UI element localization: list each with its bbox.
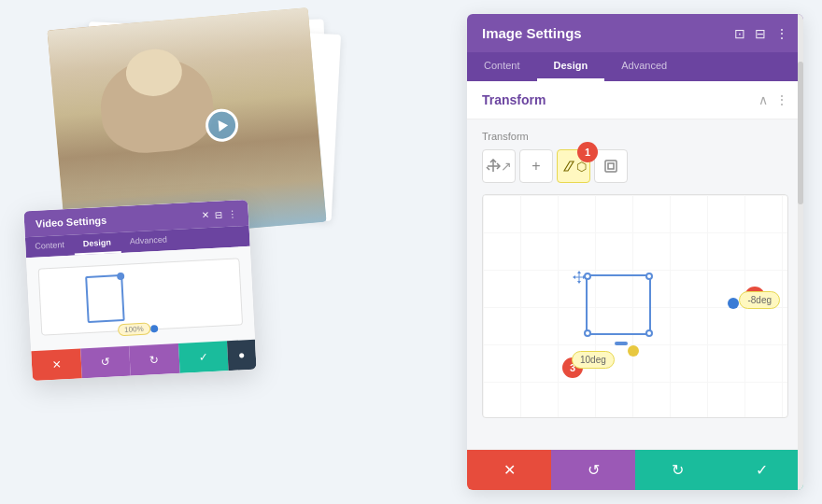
vs-more-icon[interactable]: ⋮ xyxy=(228,208,238,219)
section-header-controls: ∧ ⋮ xyxy=(758,92,788,107)
rotation-label-bottom: 10deg xyxy=(572,351,615,369)
vs-close-icon[interactable]: ✕ xyxy=(202,210,210,220)
footer-undo-btn[interactable]: ↺ xyxy=(551,450,635,490)
transform-tools: ↗ + ⬡ 1 xyxy=(482,149,788,183)
vs-tab-design[interactable]: Design xyxy=(73,232,120,256)
vs-minimize-icon[interactable]: ⊟ xyxy=(215,209,223,219)
rotation-label-right: -8deg xyxy=(739,291,780,309)
handle-tr[interactable] xyxy=(645,273,653,280)
handle-bl[interactable] xyxy=(584,329,591,337)
vs-content: 100% xyxy=(26,246,255,351)
svg-rect-5 xyxy=(615,342,628,345)
vs-tab-content[interactable]: Content xyxy=(25,235,75,259)
vs-transform-box xyxy=(85,274,125,323)
vs-percent-label: 100% xyxy=(118,323,150,337)
vs-save-btn[interactable]: ✓ xyxy=(178,341,229,373)
vs-cancel-btn[interactable]: ✕ xyxy=(31,348,81,381)
skew-tool-wrap: ⬡ 1 xyxy=(557,149,590,183)
handle-br[interactable] xyxy=(645,329,653,337)
resize-tool-btn[interactable] xyxy=(594,149,628,183)
vs-header-icons: ✕ ⊟ ⋮ xyxy=(202,208,238,220)
header-more-icon[interactable]: ⋮ xyxy=(775,26,788,41)
svg-marker-0 xyxy=(218,119,228,132)
panel-tabs: Content Design Advanced xyxy=(467,52,803,81)
section-title: Transform xyxy=(482,92,546,107)
svg-rect-4 xyxy=(608,163,614,169)
vs-transform-area: 100% xyxy=(38,258,243,335)
header-screen-icon[interactable]: ⊡ xyxy=(734,26,745,41)
canvas-square[interactable] xyxy=(586,274,651,335)
move-handle[interactable] xyxy=(570,268,588,287)
vs-undo-btn[interactable]: ↺ xyxy=(80,346,131,379)
panel-title: Image Settings xyxy=(482,25,582,41)
footer-cancel-btn[interactable]: ✕ xyxy=(467,450,551,490)
transform-canvas: 2 -8deg 3 10deg xyxy=(482,194,788,418)
tab-advanced[interactable]: Advanced xyxy=(604,52,684,81)
section-more-icon[interactable]: ⋮ xyxy=(775,92,788,107)
transform-section: Transform ↗ + xyxy=(467,119,803,429)
header-minimize-icon[interactable]: ⊟ xyxy=(755,26,766,41)
panel-header: Image Settings ⊡ ⊟ ⋮ xyxy=(467,14,803,52)
badge-1: 1 xyxy=(577,142,598,162)
panel-footer: ✕ ↺ ↻ ✓ xyxy=(467,449,803,490)
rotation-dot-bottom[interactable] xyxy=(628,345,639,357)
transform-label: Transform xyxy=(482,131,788,142)
rotation-dot-right[interactable] xyxy=(728,298,739,309)
tab-content[interactable]: Content xyxy=(467,52,537,81)
scrollbar[interactable] xyxy=(798,81,803,449)
svg-rect-3 xyxy=(605,161,616,172)
footer-redo-btn[interactable]: ↻ xyxy=(635,450,719,490)
vs-title: Video Settings xyxy=(35,215,107,230)
scale-tool-btn[interactable]: + xyxy=(519,149,553,183)
vs-rotation-dot xyxy=(149,325,157,332)
panel-header-icons: ⊡ ⊟ ⋮ xyxy=(734,26,788,41)
panel-body: Transform ∧ ⋮ Transform xyxy=(467,81,803,449)
image-settings-panel: Image Settings ⊡ ⊟ ⋮ Content Design Adva… xyxy=(467,14,803,490)
vs-extra-btn[interactable]: ● xyxy=(227,340,257,371)
section-collapse-icon[interactable]: ∧ xyxy=(758,92,768,107)
left-panel: Video Settings ✕ ⊟ ⋮ Content Design Adva… xyxy=(28,19,383,448)
move-tool-btn[interactable]: ↗ xyxy=(482,149,516,183)
section-header: Transform ∧ ⋮ xyxy=(467,81,803,119)
vs-redo-btn[interactable]: ↻ xyxy=(129,343,179,376)
tab-design[interactable]: Design xyxy=(537,52,605,81)
footer-save-btn[interactable]: ✓ xyxy=(719,450,803,490)
vs-tab-advanced[interactable]: Advanced xyxy=(120,230,177,253)
video-settings-panel: Video Settings ✕ ⊟ ⋮ Content Design Adva… xyxy=(23,200,256,381)
scrollbar-thumb[interactable] xyxy=(798,81,803,204)
